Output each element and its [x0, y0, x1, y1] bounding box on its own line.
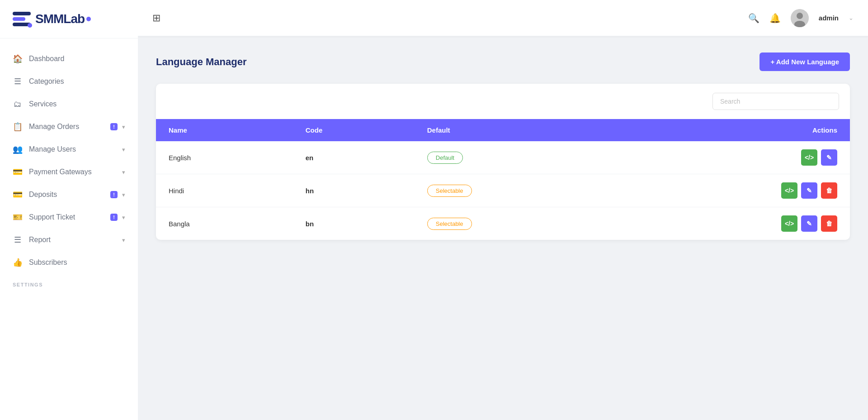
logo: SMMLab	[0, 0, 138, 38]
sidebar-item-label: Manage Orders	[29, 123, 110, 131]
orders-icon: 📋	[13, 122, 23, 132]
categories-icon: ☰	[13, 76, 23, 86]
sidebar-item-label: Manage Users	[29, 145, 120, 153]
table-toolbar	[156, 84, 850, 119]
sidebar-item-label: Support Ticket	[29, 213, 110, 221]
actions-col: </> ✎ 🗑	[616, 207, 850, 240]
chevron-down-icon: ▾	[122, 214, 125, 221]
default-badge: Selectable	[427, 218, 472, 230]
sidebar-item-label: Categories	[29, 77, 125, 86]
home-icon: 🏠	[13, 54, 23, 64]
svg-rect-1	[13, 17, 25, 21]
bell-icon[interactable]: 🔔	[769, 13, 781, 24]
svg-point-3	[28, 23, 32, 28]
sidebar-item-subscribers[interactable]: 👍 Subscribers	[0, 251, 138, 274]
expand-icon[interactable]: ⊞	[152, 12, 160, 24]
sidebar-item-manage-orders[interactable]: 📋 Manage Orders ! ▾	[0, 115, 138, 138]
language-default: Selectable	[415, 207, 616, 240]
sidebar-item-support-ticket[interactable]: 🎫 Support Ticket ! ▾	[0, 206, 138, 229]
users-icon: 👥	[13, 144, 23, 154]
sidebar-item-label: Services	[29, 100, 125, 108]
settings-section-label: SETTINGS	[0, 274, 138, 290]
code-button[interactable]: </>	[781, 215, 797, 232]
table-row: Hindi hn Selectable </> ✎ 🗑	[156, 174, 850, 207]
sidebar-nav: 🏠 Dashboard ☰ Categories 🗂 Services 📋 Ma…	[0, 38, 138, 420]
sidebar-item-categories[interactable]: ☰ Categories	[0, 70, 138, 93]
table-row: English en Default </> ✎	[156, 141, 850, 174]
language-name: Hindi	[156, 174, 293, 207]
avatar-image	[791, 9, 809, 27]
sidebar-item-label: Payment Gateways	[29, 168, 120, 176]
subscribers-icon: 👍	[13, 258, 23, 267]
delete-button[interactable]: 🗑	[821, 215, 837, 232]
code-button[interactable]: </>	[801, 149, 817, 166]
default-badge: Selectable	[427, 185, 472, 197]
col-default: Default	[415, 119, 616, 141]
table-row: Bangla bn Selectable </> ✎ 🗑	[156, 207, 850, 240]
table-body: English en Default </> ✎ Hindi hn Select…	[156, 141, 850, 240]
topbar-actions: 🔍 🔔 admin ⌄	[748, 9, 854, 27]
sidebar-item-label: Dashboard	[29, 55, 125, 63]
chevron-down-icon: ▾	[122, 124, 125, 130]
sidebar-item-services[interactable]: 🗂 Services	[0, 93, 138, 115]
services-icon: 🗂	[13, 99, 23, 109]
delete-button[interactable]: 🗑	[821, 182, 837, 199]
deposits-badge: !	[110, 191, 118, 198]
actions-col: </> ✎	[616, 141, 850, 174]
language-default: Default	[415, 141, 616, 174]
sidebar-item-label: Report	[29, 236, 120, 244]
logo-dot	[86, 17, 91, 21]
sidebar-item-report[interactable]: ☰ Report ▾	[0, 229, 138, 251]
language-default: Selectable	[415, 174, 616, 207]
sidebar-item-label: Subscribers	[29, 258, 125, 267]
language-table-card: Name Code Default Actions English en Def…	[156, 84, 850, 240]
code-button[interactable]: </>	[781, 182, 797, 199]
language-table: Name Code Default Actions English en Def…	[156, 119, 850, 240]
language-code: hn	[293, 174, 415, 207]
deposits-icon: 💳	[13, 190, 23, 200]
edit-button[interactable]: ✎	[801, 215, 817, 232]
logo-text: SMMLab	[35, 12, 85, 26]
edit-button[interactable]: ✎	[801, 182, 817, 199]
language-name: English	[156, 141, 293, 174]
default-badge: Default	[427, 152, 463, 164]
logo-icon	[11, 8, 33, 30]
avatar	[791, 9, 809, 27]
payment-icon: 💳	[13, 167, 23, 177]
username-label: admin	[819, 14, 839, 22]
col-name: Name	[156, 119, 293, 141]
search-input[interactable]	[712, 93, 839, 110]
sidebar-item-payment-gateways[interactable]: 💳 Payment Gateways ▾	[0, 161, 138, 183]
content-header: Language Manager + Add New Language	[156, 52, 850, 71]
language-code: bn	[293, 207, 415, 240]
language-code: en	[293, 141, 415, 174]
table-header: Name Code Default Actions	[156, 119, 850, 141]
search-icon[interactable]: 🔍	[748, 13, 760, 24]
chevron-down-icon: ▾	[122, 169, 125, 176]
col-code: Code	[293, 119, 415, 141]
sidebar-item-deposits[interactable]: 💳 Deposits ! ▾	[0, 183, 138, 206]
chevron-down-icon: ▾	[122, 191, 125, 198]
ticket-badge: !	[110, 214, 118, 221]
topbar: ⊞ 🔍 🔔 admin ⌄	[138, 0, 868, 36]
orders-badge: !	[110, 123, 118, 130]
svg-point-5	[797, 13, 803, 19]
language-name: Bangla	[156, 207, 293, 240]
sidebar: SMMLab 🏠 Dashboard ☰ Categories 🗂 Servic…	[0, 0, 138, 420]
sidebar-item-dashboard[interactable]: 🏠 Dashboard	[0, 48, 138, 70]
report-icon: ☰	[13, 235, 23, 245]
add-new-language-button[interactable]: + Add New Language	[760, 52, 850, 71]
actions-col: </> ✎ 🗑	[616, 174, 850, 207]
col-actions: Actions	[616, 119, 850, 141]
sidebar-item-manage-users[interactable]: 👥 Manage Users ▾	[0, 138, 138, 161]
page-title: Language Manager	[156, 56, 246, 68]
user-chevron-icon[interactable]: ⌄	[849, 14, 854, 21]
sidebar-item-label: Deposits	[29, 191, 110, 199]
ticket-icon: 🎫	[13, 212, 23, 222]
main-content: ⊞ 🔍 🔔 admin ⌄ Language Manager + Add New…	[138, 0, 868, 420]
svg-rect-0	[13, 12, 31, 15]
content-area: Language Manager + Add New Language Name…	[138, 36, 868, 420]
chevron-down-icon: ▾	[122, 146, 125, 153]
chevron-down-icon: ▾	[122, 237, 125, 243]
edit-button[interactable]: ✎	[821, 149, 837, 166]
